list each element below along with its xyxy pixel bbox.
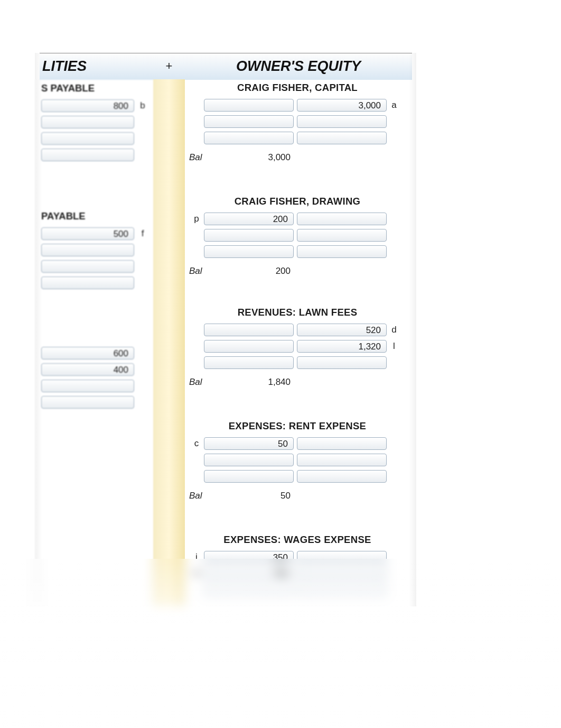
debit-cell xyxy=(204,324,294,336)
credit-cell xyxy=(297,245,387,258)
debit-cell: 700 xyxy=(204,567,294,580)
table-row xyxy=(189,582,406,598)
debit-cell: 200 xyxy=(204,213,294,225)
balance-label: Bal xyxy=(189,377,206,388)
taccount-untitled-left: 600 400 xyxy=(41,345,153,410)
header-owners-equity: OWNER'S EQUITY xyxy=(185,53,412,79)
credit-cell: 1,320 xyxy=(297,340,387,353)
ref-letter: b xyxy=(134,100,151,111)
table-row xyxy=(189,243,406,260)
credit-cell xyxy=(297,437,387,450)
table-row xyxy=(41,242,153,258)
credit-cell: 500 xyxy=(41,227,134,240)
balance-row: Bal 50 xyxy=(189,487,406,504)
account-title: CRAIG FISHER, DRAWING xyxy=(189,196,406,207)
account-title: S PAYABLE xyxy=(41,82,153,94)
table-row: 500 f xyxy=(41,225,153,242)
debit-cell xyxy=(204,584,294,596)
credit-cell xyxy=(297,132,387,144)
account-title: CRAIG FISHER, CAPITAL xyxy=(189,82,406,94)
credit-cell xyxy=(41,132,134,145)
credit-cell xyxy=(297,115,387,128)
debit-cell xyxy=(204,356,294,369)
table-row: c 50 xyxy=(189,435,406,451)
table-row xyxy=(41,114,153,130)
credit-cell xyxy=(297,584,387,596)
table-row: 400 xyxy=(41,361,153,377)
credit-cell xyxy=(41,380,134,392)
table-row xyxy=(41,377,153,394)
balance-value: 200 xyxy=(206,266,296,277)
credit-cell xyxy=(297,551,387,564)
debit-cell xyxy=(204,115,294,128)
balance-label: Bal xyxy=(189,266,206,277)
credit-cell: 400 xyxy=(41,363,134,376)
table-row xyxy=(41,146,153,163)
debit-cell xyxy=(204,470,294,483)
debit-cell: 350 xyxy=(204,551,294,564)
debit-cell: 50 xyxy=(204,437,294,450)
table-row: m 700 xyxy=(189,565,406,582)
table-row: 800 b xyxy=(41,97,153,114)
credit-cell xyxy=(297,567,387,580)
debit-cell xyxy=(204,454,294,466)
debit-cell xyxy=(204,340,294,353)
table-row: p 200 xyxy=(189,210,406,227)
ref-letter: i xyxy=(189,552,204,563)
credit-cell xyxy=(41,149,134,161)
plus-icon: + xyxy=(153,53,185,79)
table-row xyxy=(41,274,153,291)
taccount-rent-expense: EXPENSES: RENT EXPENSE c 50 Bal xyxy=(189,420,406,504)
credit-cell xyxy=(41,116,134,128)
credit-cell xyxy=(41,396,134,409)
credit-cell xyxy=(297,454,387,466)
ref-letter: a xyxy=(387,100,401,110)
credit-cell: 800 xyxy=(41,99,134,112)
balance-value: 1,840 xyxy=(206,377,296,388)
table-row xyxy=(41,130,153,146)
debit-cell xyxy=(204,132,294,144)
ref-letter: l xyxy=(387,341,401,352)
ref-letter: m xyxy=(189,568,204,579)
table-row xyxy=(41,258,153,274)
ref-letter: c xyxy=(189,438,204,449)
account-title: EXPENSES: RENT EXPENSE xyxy=(189,420,406,432)
table-row: 1,320 l xyxy=(189,338,406,354)
taccount-s-payable: S PAYABLE 800 b xyxy=(41,82,153,163)
balance-row: Bal 200 xyxy=(189,263,406,280)
account-title: PAYABLE xyxy=(41,210,153,222)
credit-cell xyxy=(41,277,134,289)
credit-cell xyxy=(297,356,387,369)
taccount-capital: CRAIG FISHER, CAPITAL 3,000 a B xyxy=(189,82,406,166)
credit-cell xyxy=(41,244,134,256)
account-title: EXPENSES: WAGES EXPENSE xyxy=(189,534,406,546)
table-row: 520 d xyxy=(189,321,406,338)
balance-value: 50 xyxy=(206,491,296,501)
credit-cell: 3,000 xyxy=(297,99,387,112)
taccount-lawn-fees: REVENUES: LAWN FEES 520 d 1,320 l xyxy=(189,307,406,391)
balance-row: Bal 1,840 xyxy=(189,374,406,391)
credit-cell: 600 xyxy=(41,347,134,360)
credit-cell xyxy=(297,213,387,225)
debit-cell xyxy=(204,245,294,258)
worksheet-page: LITIES + OWNER'S EQUITY S PAYABLE 800 b … xyxy=(0,0,561,728)
balance-label: Bal xyxy=(189,152,206,163)
debit-cell xyxy=(204,99,294,112)
balance-value: 3,000 xyxy=(206,152,296,163)
table-row: 3,000 a xyxy=(189,97,406,113)
balance-label: Bal xyxy=(189,491,206,501)
table-row xyxy=(189,227,406,243)
column-divider xyxy=(153,79,185,606)
credit-cell xyxy=(297,229,387,242)
credit-cell xyxy=(41,260,134,273)
account-title: REVENUES: LAWN FEES xyxy=(189,307,406,318)
table-row xyxy=(189,354,406,371)
taccount-wages-expense: EXPENSES: WAGES EXPENSE i 350 m 700 xyxy=(189,534,406,598)
table-row xyxy=(189,113,406,130)
table-row xyxy=(41,394,153,410)
ref-letter: d xyxy=(387,325,401,335)
balance-row: Bal 3,000 xyxy=(189,149,406,166)
credit-cell: 520 xyxy=(297,324,387,336)
table-row xyxy=(189,468,406,484)
ref-letter: f xyxy=(134,228,151,239)
